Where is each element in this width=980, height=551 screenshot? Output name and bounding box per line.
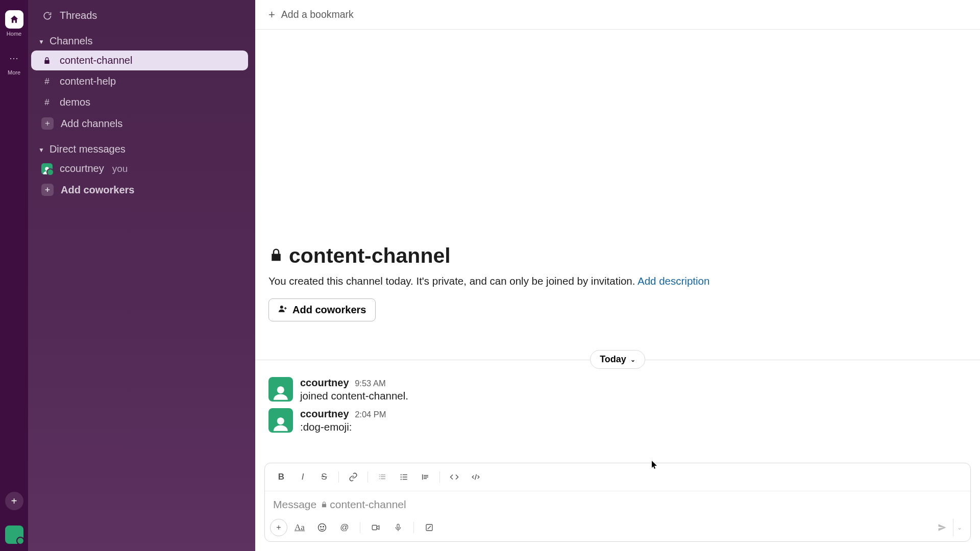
video-button[interactable] (365, 519, 386, 536)
sidebar-add-channels-label: Add channels (61, 118, 122, 130)
plus-icon[interactable]: + (268, 8, 275, 21)
svg-point-2 (277, 387, 284, 394)
channel-title: content-channel (268, 244, 967, 268)
sidebar-dm-label: Direct messages (50, 143, 126, 155)
code-block-button[interactable] (465, 468, 486, 486)
send-group: ⌄ (932, 519, 965, 536)
caret-down-icon: ▼ (38, 38, 44, 45)
chevron-down-icon: ⌄ (630, 356, 635, 363)
workspace-rail: Home ⋯ More + (0, 0, 28, 551)
emoji-button[interactable] (312, 519, 332, 536)
svg-rect-11 (397, 524, 399, 528)
strikethrough-button[interactable]: S (314, 468, 334, 486)
italic-button[interactable]: I (292, 468, 313, 486)
sidebar-add-coworkers-label: Add coworkers (61, 184, 134, 196)
svg-point-4 (401, 474, 402, 475)
sidebar-dm-header[interactable]: ▼ Direct messages (28, 134, 248, 158)
message-author[interactable]: ccourtney (300, 408, 349, 419)
composer-area: B I S (255, 463, 980, 551)
hash-icon: # (41, 97, 53, 108)
date-pill-label: Today (600, 354, 626, 365)
send-options-button[interactable]: ⌄ (953, 519, 965, 536)
channel-intro-text: You created this channel today. It's pri… (268, 275, 967, 287)
sidebar-add-channels[interactable]: + Add channels (31, 113, 248, 134)
sidebar-channel-label: content-channel (60, 55, 132, 66)
svg-point-7 (318, 524, 326, 532)
blockquote-button[interactable] (415, 468, 435, 486)
svg-point-0 (45, 167, 49, 171)
channel-intro: content-channel You created this channel… (255, 30, 980, 337)
code-button[interactable] (444, 468, 464, 486)
svg-point-9 (323, 527, 324, 528)
hash-icon: # (41, 77, 53, 87)
rail-more-label: More (8, 69, 20, 76)
sidebar-channel-content-channel[interactable]: content-channel (31, 51, 248, 70)
message-composer: B I S (264, 463, 971, 542)
svg-point-5 (401, 477, 402, 478)
sidebar-channels-header[interactable]: ▼ Channels (28, 26, 248, 50)
message-body: :dog-emoji: (300, 421, 386, 433)
composer-bottom-toolbar: + Aa @ (265, 516, 970, 541)
format-toolbar: B I S (265, 463, 970, 491)
add-bookmark-link[interactable]: Add a bookmark (281, 9, 354, 20)
formatting-toggle-button[interactable]: Aa (289, 519, 310, 536)
rail-home[interactable]: Home (5, 10, 23, 37)
message-input-placeholder: Message (273, 498, 316, 511)
sidebar-channel-demos[interactable]: # demos (31, 92, 248, 112)
sidebar-dm-self-name: ccourtney (60, 163, 104, 174)
ordered-list-button[interactable] (372, 468, 393, 486)
svg-rect-10 (372, 525, 377, 530)
link-button[interactable] (343, 468, 363, 486)
svg-point-8 (321, 527, 322, 528)
message-input-channel: content-channel (330, 498, 406, 511)
sidebar-channels-label: Channels (50, 35, 93, 47)
sidebar-threads-label: Threads (60, 10, 97, 21)
send-button[interactable] (932, 519, 953, 536)
lock-icon (268, 244, 284, 268)
audio-button[interactable] (388, 519, 408, 536)
plus-square-icon: + (41, 117, 54, 130)
home-icon (5, 10, 23, 29)
ellipsis-icon: ⋯ (5, 49, 23, 67)
attach-button[interactable]: + (270, 519, 287, 536)
rail-home-label: Home (7, 31, 21, 37)
threads-icon (41, 11, 53, 21)
message-row[interactable]: ccourtney 9:53 AM joined content-channel… (255, 374, 980, 405)
chat-scroll[interactable]: content-channel You created this channel… (255, 30, 980, 463)
rail-more[interactable]: ⋯ More (5, 49, 23, 76)
date-pill[interactable]: Today ⌄ (590, 350, 645, 369)
rail-self-avatar[interactable] (5, 525, 23, 544)
message-author[interactable]: ccourtney (300, 377, 349, 388)
message-row[interactable]: ccourtney 2:04 PM :dog-emoji: (255, 405, 980, 436)
add-description-link[interactable]: Add description (638, 275, 709, 287)
add-coworkers-button[interactable]: Add coworkers (268, 298, 376, 321)
sidebar-dm-self-tag: you (112, 163, 128, 174)
plus-square-icon: + (41, 184, 54, 196)
lock-icon (41, 57, 53, 65)
caret-down-icon: ▼ (38, 146, 44, 154)
avatar-icon (268, 377, 293, 402)
sidebar-channel-label: content-help (60, 76, 116, 87)
add-coworkers-label: Add coworkers (292, 304, 366, 316)
message-time: 9:53 AM (355, 379, 386, 388)
channel-sidebar: Threads ▼ Channels content-channel # con… (28, 0, 255, 551)
message-time: 2:04 PM (355, 410, 386, 419)
sidebar-channel-content-help[interactable]: # content-help (31, 71, 248, 91)
shortcut-button[interactable] (419, 519, 439, 536)
sidebar-channel-label: demos (60, 96, 90, 108)
date-divider: Today ⌄ (255, 350, 980, 369)
sidebar-dm-self[interactable]: ccourtney you (31, 159, 248, 179)
svg-point-6 (401, 479, 402, 480)
sidebar-add-coworkers[interactable]: + Add coworkers (31, 180, 248, 200)
bookmark-bar: + Add a bookmark (255, 0, 980, 30)
bullet-list-button[interactable] (394, 468, 414, 486)
sidebar-threads[interactable]: Threads (31, 6, 248, 26)
message-input[interactable]: Message content-channel (265, 491, 970, 516)
channel-intro-body: You created this channel today. It's pri… (268, 275, 638, 287)
rail-add-button[interactable]: + (5, 492, 23, 510)
svg-point-3 (277, 418, 284, 425)
mention-button[interactable]: @ (334, 519, 355, 536)
svg-point-1 (280, 306, 283, 309)
person-add-icon (278, 304, 287, 316)
bold-button[interactable]: B (271, 468, 291, 486)
